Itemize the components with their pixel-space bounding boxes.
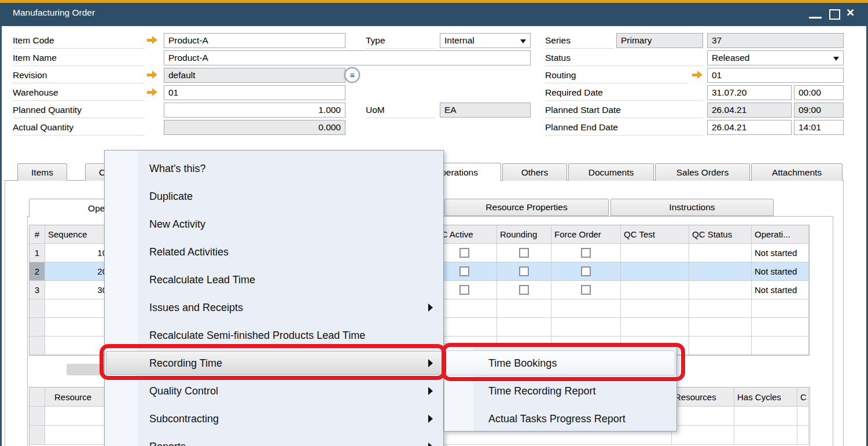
dropdown-arrow-icon[interactable]: [833, 57, 839, 61]
menu-item-recalc-semifinished[interactable]: Recalculate Semi-finished Products Lead …: [105, 321, 443, 349]
menu-item-issues-and-receipts[interactable]: Issues and Receipts: [105, 294, 443, 321]
status-dropdown[interactable]: Released: [707, 50, 844, 65]
menu-item-reports[interactable]: Reports: [105, 433, 443, 446]
subtab-resource-properties[interactable]: Resource Properties: [444, 199, 609, 216]
table-cell[interactable]: [752, 299, 809, 318]
checkbox[interactable]: [581, 285, 591, 295]
menu-item-recalculate-lead-time[interactable]: Recalculate Lead Time: [105, 266, 443, 294]
link-arrow-icon[interactable]: [146, 88, 159, 97]
row-header[interactable]: [30, 318, 45, 337]
type-dropdown[interactable]: Internal: [440, 33, 531, 48]
table-cell[interactable]: [551, 318, 621, 337]
table-cell[interactable]: [689, 299, 752, 318]
item-code-field[interactable]: Product-A: [164, 33, 345, 48]
table-cell[interactable]: [797, 426, 809, 445]
force-order-cell[interactable]: [551, 281, 621, 299]
checkbox[interactable]: [519, 266, 529, 276]
link-arrow-icon[interactable]: [146, 71, 159, 79]
planned-start-date-field[interactable]: 26.04.21: [707, 103, 792, 118]
table-cell[interactable]: [497, 299, 551, 318]
rounding-cell[interactable]: [497, 281, 551, 299]
tab-attachments[interactable]: Attachments: [751, 163, 843, 181]
submenu-item-time-bookings[interactable]: Time Bookings: [444, 349, 676, 377]
table-cell[interactable]: [734, 407, 797, 426]
dropdown-arrow-icon[interactable]: [520, 39, 526, 43]
table-cell[interactable]: [689, 337, 752, 355]
table-cell[interactable]: [752, 318, 809, 337]
table-cell[interactable]: [45, 299, 111, 318]
row-header[interactable]: 3: [30, 281, 45, 299]
close-icon[interactable]: ✕: [846, 6, 855, 19]
minimize-icon[interactable]: [809, 17, 822, 19]
revision-field[interactable]: default: [164, 68, 345, 83]
qc-test-cell[interactable]: [621, 262, 689, 281]
table-cell[interactable]: [621, 318, 689, 337]
row-header[interactable]: [30, 299, 45, 318]
operation-status-cell[interactable]: Not started: [752, 262, 809, 281]
menu-item-recording-time[interactable]: Recording Time: [105, 349, 443, 377]
checkbox[interactable]: [459, 248, 469, 258]
item-name-field[interactable]: Product-A: [164, 50, 531, 65]
tab-items[interactable]: Items: [17, 163, 67, 181]
required-time-field[interactable]: 00:00: [794, 85, 844, 100]
checkbox[interactable]: [581, 266, 591, 276]
rounding-cell[interactable]: [497, 244, 551, 262]
checkbox[interactable]: [519, 248, 529, 258]
sequence-cell[interactable]: 10: [45, 244, 111, 262]
submenu-item-actual-tasks-progress-report[interactable]: Actual Tasks Progress Report: [444, 405, 676, 432]
row-header[interactable]: 2: [30, 262, 45, 281]
checkbox[interactable]: [459, 285, 469, 295]
qc-status-cell[interactable]: [689, 262, 752, 281]
planned-end-date-field[interactable]: 26.04.21: [707, 120, 792, 135]
row-header[interactable]: 1: [30, 244, 45, 262]
series-number-field[interactable]: 37: [707, 33, 844, 48]
table-cell[interactable]: [551, 299, 621, 318]
table-cell[interactable]: [752, 337, 809, 355]
table-cell[interactable]: [734, 426, 797, 445]
checkbox[interactable]: [519, 285, 529, 295]
series-name-field[interactable]: Primary: [616, 33, 703, 48]
sequence-cell[interactable]: 20: [45, 262, 111, 281]
checkbox[interactable]: [581, 248, 591, 258]
routing-field[interactable]: 01: [707, 68, 844, 83]
qc-test-cell[interactable]: [621, 281, 689, 299]
planned-end-time-field[interactable]: 14:01: [794, 120, 844, 135]
menu-item-quality-control[interactable]: Quality Control: [105, 377, 443, 405]
horizontal-scrollbar-thumb[interactable]: [67, 364, 106, 375]
checkbox[interactable]: [459, 266, 469, 276]
subtab-instructions[interactable]: Instructions: [610, 199, 774, 216]
qc-status-cell[interactable]: [689, 281, 752, 299]
tab-sales-orders[interactable]: Sales Orders: [655, 163, 750, 181]
operation-status-cell[interactable]: Not started: [752, 281, 809, 299]
maximize-icon[interactable]: [829, 9, 840, 20]
menu-item-related-activities[interactable]: Related Activities: [105, 238, 443, 266]
menu-item-duplicate[interactable]: Duplicate: [105, 182, 443, 210]
tab-others[interactable]: Others: [502, 163, 567, 181]
uom-field[interactable]: EA: [440, 103, 531, 118]
planned-quantity-field[interactable]: 1.000: [164, 103, 345, 118]
table-cell[interactable]: [672, 426, 734, 445]
row-header[interactable]: [30, 337, 45, 355]
menu-item-new-activity[interactable]: New Activity: [105, 210, 443, 238]
menu-item-subcontracting[interactable]: Subcontracting: [105, 405, 443, 433]
tab-documents[interactable]: Documents: [568, 163, 654, 181]
submenu-item-time-recording-report[interactable]: Time Recording Report: [444, 377, 676, 405]
revision-menu-button[interactable]: ≡: [344, 67, 360, 83]
row-header[interactable]: [30, 426, 45, 445]
sequence-cell[interactable]: 30: [45, 281, 111, 299]
table-cell[interactable]: [621, 299, 689, 318]
planned-start-time-field[interactable]: 09:00: [794, 103, 844, 118]
required-date-field[interactable]: 31.07.20: [707, 85, 792, 100]
force-order-cell[interactable]: [551, 244, 621, 262]
warehouse-field[interactable]: 01: [164, 85, 345, 100]
row-header[interactable]: [30, 407, 45, 426]
link-arrow-icon[interactable]: [691, 71, 704, 79]
table-cell[interactable]: [797, 407, 809, 426]
qc-test-cell[interactable]: [621, 244, 689, 262]
table-cell[interactable]: [497, 318, 551, 337]
actual-quantity-field[interactable]: 0.000: [164, 120, 345, 135]
table-cell[interactable]: [672, 407, 734, 426]
table-cell[interactable]: [45, 318, 111, 337]
link-arrow-icon[interactable]: [146, 36, 159, 45]
rounding-cell[interactable]: [497, 262, 551, 281]
